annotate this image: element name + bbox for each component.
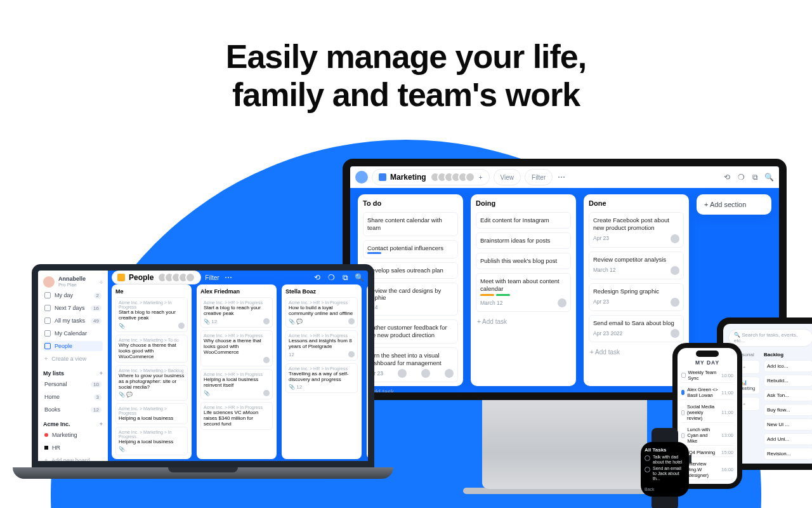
task-card[interactable]: Acme Inc. > Marketing > BacklogWhere to …: [115, 365, 188, 401]
plan-label: Pro Plan: [58, 282, 86, 288]
list-item[interactable]: Add ico...: [764, 360, 812, 372]
person-name: Stella Boaz: [285, 288, 358, 295]
more-icon[interactable]: ⋯: [556, 172, 566, 182]
task-row[interactable]: Alex Green <> Basil Lowan11:00: [681, 385, 733, 400]
task-card[interactable]: Acme Inc. > Marketing > To doWhy choose …: [115, 335, 188, 363]
search-icon[interactable]: 🔍: [764, 172, 774, 182]
task-card[interactable]: Edit content for Instagram: [476, 212, 571, 229]
task-card[interactable]: Redesign Spring graphicApr 23: [589, 283, 684, 311]
task-card[interactable]: Develop sales outreach plan: [363, 262, 458, 279]
list-icon: [44, 318, 51, 324]
task-card[interactable]: Brainstorm ideas for posts: [476, 232, 571, 249]
task-card[interactable]: Acme Inc. > HR > In ProgressTravelling a…: [285, 363, 358, 393]
sidebar-item-people[interactable]: People: [43, 341, 103, 351]
section-mylists[interactable]: My lists +: [43, 370, 103, 377]
task-card[interactable]: Acme Inc. > HR > In ProgressStart a blog…: [200, 297, 273, 328]
task-card[interactable]: Acme Inc. > Marketing > In ProgressStart…: [115, 297, 188, 332]
add-section-button[interactable]: + Add section: [697, 194, 771, 215]
list-marketing[interactable]: Marketing: [43, 430, 103, 440]
task-card[interactable]: Meet with team about content calendarMar…: [476, 273, 571, 312]
task-card[interactable]: Acme Inc. > HR > In ProgressWhy choose a…: [200, 330, 273, 366]
people-icon: [117, 274, 125, 281]
profile[interactable]: Annabelle Pro Plan ⟐: [43, 276, 103, 288]
sidebar-item-alltasks[interactable]: All my tasks49: [43, 316, 103, 326]
filter-button[interactable]: Filter: [205, 274, 219, 281]
search-input[interactable]: 🔍 Search for tasks, events, etc...: [728, 329, 812, 347]
add-task-button[interactable]: + Add task: [589, 346, 684, 358]
sun-icon: [44, 292, 51, 298]
sync-icon[interactable]: ⟲: [312, 272, 322, 283]
list-item[interactable]: Rebuild...: [764, 375, 812, 387]
board-name: People: [129, 273, 154, 282]
task-row[interactable]: Social Media (weekly review)11:00: [681, 403, 733, 423]
person-column: Stella Boaz Acme Inc. > HR > In Progress…: [282, 284, 362, 459]
task-card[interactable]: Acme Inc. > HR > In ProgressHelping a lo…: [200, 369, 273, 399]
person-column: Alex Friedman Acme Inc. > HR > In Progre…: [197, 284, 277, 459]
watch-task[interactable]: Talk with dad about the hotel: [645, 455, 685, 464]
task-card[interactable]: Review the card designs by Sophie4 14: [363, 283, 458, 316]
sidebar-item-calendar[interactable]: My Calendar: [43, 328, 103, 338]
task-card[interactable]: Acme Inc. > HR > In ProgressLife science…: [200, 402, 273, 430]
task-card[interactable]: Gather customer feedback for the new pro…: [363, 319, 458, 344]
board-name: Marketing: [390, 173, 426, 182]
pin-icon[interactable]: ⟐: [100, 279, 103, 285]
laptop-main: People Filter ⋯ ⟲ ❍ ⧉ 🔍 Me Acme Inc. > M…: [108, 271, 368, 461]
task-card[interactable]: Turn the sheet into a visual dashboard f…: [363, 347, 458, 383]
sidebar-item-next7[interactable]: Next 7 days16: [43, 303, 103, 313]
myday-title: MY DAY: [681, 359, 733, 366]
task-card[interactable]: Contact potential influencers: [363, 240, 458, 258]
task-card[interactable]: Review competitor analysisMarch 12: [589, 251, 684, 279]
section-acme[interactable]: Acme Inc. +: [43, 421, 103, 427]
board-title-pill[interactable]: People: [112, 271, 201, 284]
task-card[interactable]: Send email to Sara about blogApr 23 2022: [589, 315, 684, 343]
notification-icon[interactable]: ⧉: [750, 172, 760, 182]
add-task-button[interactable]: + Add task: [363, 386, 458, 398]
help-icon[interactable]: ❍: [736, 172, 746, 182]
add-board-button[interactable]: + Add new board: [43, 455, 103, 465]
more-icon[interactable]: ⋯: [223, 272, 233, 283]
list-item[interactable]: Add Uni...: [764, 433, 812, 445]
column-doing: Doing Edit content for Instagram Brainst…: [471, 194, 576, 386]
digital-crown[interactable]: [689, 455, 691, 464]
person-name: Alex Friedman: [200, 288, 273, 295]
list-home[interactable]: Home3: [43, 392, 103, 402]
help-icon[interactable]: ❍: [326, 272, 336, 283]
list-item[interactable]: Buy flow...: [764, 404, 812, 416]
watch-back-button[interactable]: Back: [645, 487, 685, 491]
task-card[interactable]: Acme Inc. > HR > In ProgressHow to build…: [285, 297, 358, 328]
task-card[interactable]: Publish this week's blog post: [476, 253, 571, 269]
list-personal[interactable]: Personal10: [43, 379, 103, 389]
person-name: Me: [115, 288, 188, 295]
task-card[interactable]: Acme Inc. > Marketing > ProgressHelping …: [115, 403, 188, 424]
task-row[interactable]: Weekly Team Sync10:00: [681, 368, 733, 383]
search-icon[interactable]: 🔍: [354, 272, 364, 283]
task-card[interactable]: Create Facebook post about new product p…: [589, 212, 684, 248]
board-title-pill[interactable]: Marketing +: [372, 169, 490, 185]
list-books[interactable]: Books12: [43, 404, 103, 415]
task-card[interactable]: Share content calendar with team: [363, 212, 458, 236]
list-item[interactable]: New UI ...: [764, 418, 812, 431]
list-item[interactable]: Ask Ton...: [764, 389, 812, 401]
sidebar-item-myday[interactable]: My day2: [43, 290, 103, 300]
workspace-avatar[interactable]: [355, 171, 368, 184]
task-row[interactable]: Lunch with Cyan and Mike13:00: [681, 425, 733, 446]
list-item[interactable]: Revision...: [764, 448, 812, 460]
laptop-mock: Annabelle Pro Plan ⟐ My day2 Next 7 days…: [32, 264, 374, 479]
sync-icon[interactable]: ⟲: [722, 172, 732, 182]
task-card[interactable]: Acme Inc. > Marketing > In ProgressHelpi…: [115, 427, 188, 455]
create-view-button[interactable]: + Create a view: [43, 354, 103, 364]
task-card[interactable]: Acme Inc. > HR > In ProgressLessons and …: [285, 330, 358, 361]
person-column: Me Acme Inc. > Marketing > In ProgressSt…: [112, 284, 192, 459]
add-member-icon[interactable]: +: [479, 174, 483, 181]
watch-task[interactable]: Send an email to Jack about th...: [645, 466, 685, 481]
list-hr[interactable]: HR: [43, 443, 103, 453]
notification-icon[interactable]: ⧉: [340, 272, 350, 283]
people-icon: [44, 343, 51, 349]
add-task-button[interactable]: + Add task: [476, 316, 571, 328]
watch-mock: All Tasks Talk with dad about the hotel …: [641, 428, 689, 508]
view-switch[interactable]: View: [494, 169, 521, 185]
filter-button[interactable]: Filter: [525, 169, 553, 185]
board-members[interactable]: [430, 172, 475, 182]
progress-bar: [367, 252, 381, 254]
column-title: To do: [363, 199, 458, 207]
